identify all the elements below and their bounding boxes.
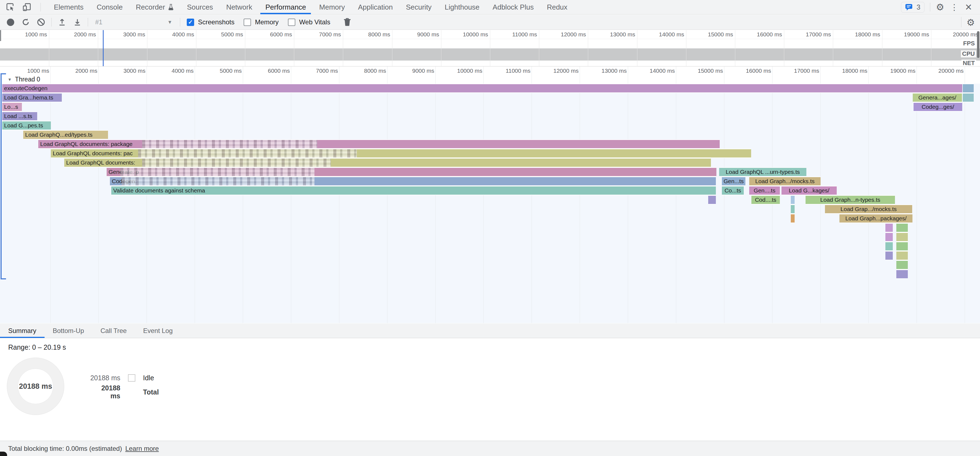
clear-recordings-icon[interactable] — [35, 16, 47, 28]
flame-bar-block[interactable] — [896, 223, 908, 232]
flame-bar-block[interactable] — [885, 251, 893, 260]
load-profile-icon[interactable] — [56, 16, 68, 28]
save-profile-icon[interactable] — [72, 16, 83, 28]
flame-bar-block[interactable] — [963, 93, 974, 102]
tab-redux[interactable]: Redux — [540, 0, 574, 14]
details-tab-event-log[interactable]: Event Log — [135, 323, 181, 338]
flame-bar-block[interactable] — [896, 260, 908, 270]
flame-bar[interactable]: Load GraphQL documents: package — [38, 140, 720, 149]
flame-bar[interactable]: Lo...s — [2, 102, 22, 111]
more-options-kebab-icon[interactable]: ⋮ — [947, 1, 961, 13]
flame-bar[interactable]: Load Gra...hema.ts — [2, 93, 62, 102]
delete-recording-trash-icon[interactable] — [341, 16, 353, 28]
tab-performance[interactable]: Performance — [259, 0, 313, 14]
flame-bar-label: Load G...pes.ts — [4, 122, 43, 129]
details-tab-summary[interactable]: Summary — [0, 323, 45, 338]
checkbox-box[interactable] — [288, 19, 295, 26]
flame-bar-block[interactable] — [708, 195, 716, 205]
overview-tick-label: 4000 ms — [172, 31, 196, 38]
overview-left-handle[interactable] — [0, 30, 1, 41]
overview-tick-label: 12000 ms — [561, 31, 588, 38]
tab-memory[interactable]: Memory — [313, 0, 352, 14]
flame-bar-block[interactable] — [791, 195, 795, 205]
flame-bar[interactable]: Load Grap.../mocks.ts — [825, 205, 912, 214]
flame-bar[interactable]: Load GraphQ...ed/types.ts — [23, 130, 108, 140]
flame-bar[interactable]: executeCodegen — [2, 84, 962, 93]
flame-bar[interactable]: Load Graph...n-types.ts — [805, 195, 895, 205]
flame-bar[interactable]: Load GraphQL documents: — [64, 158, 711, 167]
flame-bar[interactable]: Validate documents against schema — [111, 186, 716, 195]
tab-lighthouse[interactable]: Lighthouse — [438, 0, 486, 14]
web-vitals-checkbox[interactable]: Web Vitals — [288, 18, 330, 26]
checkbox-box[interactable] — [243, 19, 251, 26]
checkbox-box[interactable]: ✓ — [187, 19, 194, 26]
overview-cursor-line[interactable] — [103, 30, 103, 66]
flame-bar-block[interactable] — [885, 242, 893, 251]
record-button[interactable] — [5, 16, 16, 28]
flame-bar[interactable]: Load Graph...packages/ — [840, 214, 912, 223]
flame-bar[interactable]: Gen....ts — [749, 186, 780, 195]
tab-label: Application — [358, 3, 393, 11]
overview-gridline — [343, 30, 343, 66]
flame-bar-block[interactable] — [896, 232, 908, 242]
flame-bar[interactable]: Load Graph.../mocks.ts — [749, 176, 821, 186]
details-tab-call-tree[interactable]: Call Tree — [92, 323, 135, 338]
flame-tick-label: 12000 ms — [554, 68, 580, 74]
memory-checkbox[interactable]: Memory — [243, 18, 278, 26]
thread-header[interactable]: ▼ Thread 0 — [8, 75, 40, 84]
tab-elements[interactable]: Elements — [47, 0, 90, 14]
flame-bar[interactable]: Load ...s.ts — [2, 111, 37, 121]
flame-bar-block[interactable] — [791, 205, 795, 214]
flame-bar-block[interactable] — [791, 214, 795, 223]
flame-tick-label: 11000 ms — [506, 68, 532, 74]
tab-network[interactable]: Network — [220, 0, 259, 14]
flame-bar[interactable]: Load G...kages/ — [781, 186, 837, 195]
issues-badge[interactable]: 3 — [901, 2, 924, 13]
flame-bar-block[interactable] — [896, 270, 908, 279]
tab-adblock-plus[interactable]: Adblock Plus — [486, 0, 540, 14]
flame-bar[interactable]: Genera...ages/ — [913, 93, 962, 102]
tab-recorder[interactable]: Recorder — [129, 0, 180, 14]
overview-tick-label: 11000 ms — [512, 31, 539, 38]
overview-gridline — [833, 30, 833, 66]
flame-bar[interactable]: Codeg...ges/ — [913, 102, 962, 111]
flame-bar-block[interactable] — [963, 84, 974, 93]
flame-bar-label: Codeg...ges/ — [921, 103, 954, 110]
history-select[interactable]: #1 ▼ — [93, 18, 175, 26]
tabbar-divider — [40, 3, 41, 11]
capture-settings-gear-icon[interactable]: ⚙ — [964, 15, 978, 30]
flame-bar-label: Load Graph...packages/ — [845, 215, 907, 222]
flame-bar-block[interactable] — [885, 223, 893, 232]
flame-bar[interactable]: Load G...pes.ts — [2, 121, 51, 130]
flame-bar-block[interactable] — [896, 242, 908, 251]
flame-bar-label: Codegen: — [112, 178, 137, 184]
flame-chart[interactable]: ▼ Thread 0 executeCodegenLoad Gra...hema… — [0, 67, 980, 323]
tab-sources[interactable]: Sources — [180, 0, 220, 14]
flame-bar[interactable]: Codegen: — [110, 176, 716, 186]
flame-bar[interactable]: Load GraphQL documents: pac — [51, 149, 751, 158]
settings-gear-icon[interactable]: ⚙ — [933, 1, 947, 13]
flame-tick-label: 19000 ms — [890, 68, 917, 74]
screenshots-checkbox[interactable]: ✓Screenshots — [187, 18, 234, 26]
device-toolbar-icon[interactable] — [21, 2, 32, 13]
flame-bar[interactable]: Load GraphQL ...urn-types.ts — [719, 167, 807, 176]
reload-and-record-button[interactable] — [20, 16, 32, 28]
tab-security[interactable]: Security — [399, 0, 438, 14]
close-devtools-icon[interactable]: × — [961, 1, 975, 13]
flame-bar[interactable]: Generate: p — [107, 167, 716, 176]
flame-bar-block[interactable] — [896, 251, 908, 260]
flame-bar-block[interactable] — [885, 232, 893, 242]
timeline-overview[interactable]: FPS CPU NET 1000 ms2000 ms3000 ms4000 ms… — [0, 30, 980, 67]
overview-gridline — [98, 30, 98, 66]
tab-console[interactable]: Console — [90, 0, 129, 14]
tab-application[interactable]: Application — [352, 0, 399, 14]
overview-gridline — [931, 30, 931, 66]
details-tab-bottom-up[interactable]: Bottom-Up — [45, 323, 92, 338]
flame-bar[interactable]: Co...ts — [722, 186, 744, 195]
learn-more-link[interactable]: Learn more — [125, 445, 159, 453]
flame-bar[interactable]: Gen...ts — [722, 176, 745, 186]
toolbar-divider-1 — [51, 18, 52, 27]
issues-icon — [905, 3, 913, 11]
flame-bar[interactable]: Cod....ts — [751, 195, 780, 205]
inspect-element-icon[interactable] — [5, 2, 16, 13]
